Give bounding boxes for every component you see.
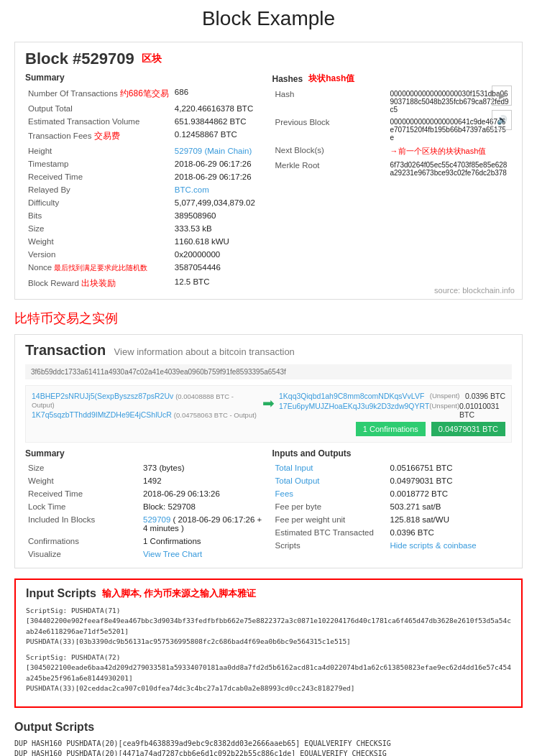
block-heading: Block #529709 区块 [25,50,512,68]
table-row: Weight 1160.618 kWU [25,235,265,248]
media-icons: ▶ 🔊 [492,86,512,130]
script-block-1: ScriptSig: PUSHDATA(71) [304402200e902fe… [26,606,511,647]
input-scripts-title: Input Scripts [26,587,96,600]
confirm-button[interactable]: 1 Confirmations [356,422,426,436]
table-row: Weight1492 [25,474,265,487]
field-label: Estimated Transaction Volume [25,115,172,128]
play-icon[interactable]: ▶ [492,86,512,106]
output-addr-2: 17Eu6pyMUJZHoaEKqJ3u9k2D3zdw9QYRT [279,402,429,419]
input-scripts-annotation: 输入脚本, 作为币来源之输入脚本雅证 [102,587,257,600]
input-amount-2: (0.04758063 BTC - Output) [174,411,257,419]
field-value: View Tree Chart [140,548,265,561]
field-value: 651.93844862 BTC [172,115,265,128]
field-value: 0x20000000 [172,248,265,261]
included-link[interactable]: 529709 [143,515,170,524]
field-value: 0.04979031 BTC [387,474,513,487]
field-value: BTC.com [172,183,265,196]
field-label: Block Reward 出块装励 [25,275,172,292]
output-addr-1: 1Kqq3Qiqbd1ah9C8mm8comNDKqsVvLVF [279,392,424,400]
input-scripts-header: Input Scripts 输入脚本, 作为币来源之输入脚本雅证 [26,587,511,600]
field-label: Size [25,222,172,235]
table-row: Version 0x20000000 [25,248,265,261]
input-scripts-section: Input Scripts 输入脚本, 作为币来源之输入脚本雅证 ScriptS… [14,578,523,708]
table-row: Relayed By BTC.com [25,183,265,196]
fee-annotation: 交易费 [94,131,120,141]
summary-label: Summary [25,73,265,83]
btc-example-annotation: 比特币交易之实例 [14,310,523,327]
reward-annotation: 出块装励 [81,278,116,288]
script-line-1: [304402200e902feeaf8e49ea467bbc3d9034bf3… [26,616,511,637]
visualize-link[interactable]: View Tree Chart [143,550,202,558]
nonce-annotation: 最后找到满足要求此比随机数 [54,264,147,272]
tx-summary-label: Summary [25,448,265,458]
table-row: ScriptsHide scripts & coinbase [272,539,513,552]
tx-summary-table: Size373 (bytes) Weight1492 Received Time… [25,461,265,561]
tx-arrow-icon: ➡ [262,395,275,412]
field-label: Output Total [25,102,172,115]
script-label-2: ScriptSig: PUSHDATA(72) [26,653,511,663]
tx-hash-bar: 3f6b59ddc1733a61411a4930a47c02a41e4039ea… [25,364,512,379]
table-row: Fee per byte503.271 sat/B [272,500,513,513]
next-block-annotation: →前一个区块的块状hash值 [390,147,487,155]
input-addr-1: 14BHEP2sNRUJj5(SexpByszsz87psR2Uv (0.004… [32,392,258,409]
tx-sub-heading: View information about a bitcoin transac… [114,346,295,357]
output-status-2: (Unspent) [429,402,459,419]
tx-summary-col: Summary Size373 (bytes) Weight1492 Recei… [25,448,265,561]
table-row: Included In Blocks529709 ( 2018-06-29 06… [25,513,265,535]
block-section: Block #529709 区块 Summary Number Of Trans… [14,42,523,300]
field-label: Received Time [25,170,172,183]
table-row: Confirmations1 Confirmations [25,535,265,548]
table-row: Previous Block 00000000000000000641c9de4… [272,116,513,144]
table-row: Height 529709 (Main Chain) [25,144,265,157]
table-row: VisualizeView Tree Chart [25,548,265,561]
field-value: 333.53 kB [172,222,265,235]
output-scripts-section: Output Scripts DUP HASH160 PUSHDATA(20)[… [14,718,523,756]
block-two-col: Summary Number Of Transactions 约686笔交易 6… [25,73,512,292]
field-label: Weight [25,474,140,487]
script-line-2: PUSHDATA(33)[03b3390dc9b56131ac957536995… [26,637,511,647]
field-label: Visualize [25,548,140,561]
scripts-link[interactable]: Hide scripts & coinbase [390,541,477,550]
total-button[interactable]: 0.04979031 BTC [431,422,505,436]
field-label: Total Output [272,474,387,487]
page-title: Block Example [14,7,523,30]
field-value: 2018-06-29 06:13:26 [140,487,265,500]
field-value: 4,220.46616378 BTC [172,102,265,115]
field-label: Included In Blocks [25,513,140,535]
input-addr-2: 1K7q5sqzbTThdd9IMtZDHe9E4jCShlUcR (0.047… [32,410,258,419]
table-row: Received Time2018-06-29 06:13:26 [25,487,265,500]
block-summary-col: Summary Number Of Transactions 约686笔交易 6… [25,73,265,292]
field-label: Bits [25,209,172,222]
field-value: 389508960 [172,209,265,222]
field-label: Timestamp [25,157,172,170]
output-script-line-1: DUP HASH160 PUSHDATA(20)[cea9fb4638839ad… [14,739,523,747]
sound-icon[interactable]: 🔊 [492,110,512,130]
field-value: 1160.618 kWU [172,235,265,248]
output-scripts-heading: Output Scripts [14,721,523,734]
field-label: Merkle Root [272,159,387,179]
tx-io-label: Inputs and Outputs [272,448,513,458]
field-label: Received Time [25,487,140,500]
field-label: Estimated BTC Transacted [272,526,387,539]
relayed-link[interactable]: BTC.com [175,185,209,194]
output-status-1: (Unspent) [430,392,460,400]
field-label: Hash [272,88,387,116]
table-row: Hash 00000000000000000030f1531dba0690371… [272,88,513,116]
field-label: Scripts [272,539,387,552]
table-row: Total Input0.05166751 BTC [272,461,513,474]
field-label: Number Of Transactions 约686笔交易 [25,86,172,102]
field-label: Fee per byte [272,500,387,513]
block-number: Block #529709 [25,50,134,68]
field-value: 0.12458867 BTC [172,128,265,144]
field-value: 125.818 sat/WU [387,513,513,526]
field-label: Nonce 最后找到满足要求此比随机数 [25,261,172,275]
tx-count-annotation: 约686笔交易 [120,88,169,98]
field-value: 373 (bytes) [140,461,265,474]
tx-details-two-col: Summary Size373 (bytes) Weight1492 Recei… [25,448,512,561]
table-row: Transaction Fees 交易费 0.12458867 BTC [25,128,265,144]
height-link[interactable]: 529709 (Main Chain) [175,147,252,155]
table-row: Output Total 4,220.46616378 BTC [25,102,265,115]
field-label: Total Input [272,461,387,474]
table-row: Number Of Transactions 约686笔交易 686 [25,86,265,102]
field-value: 0.0018772 BTC [387,487,513,500]
